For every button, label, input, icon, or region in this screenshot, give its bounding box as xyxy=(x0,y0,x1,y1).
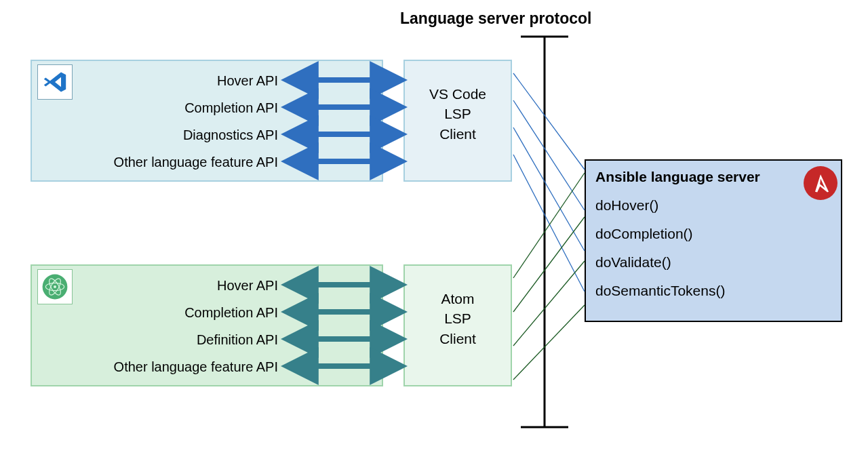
ansible-icon xyxy=(804,166,837,200)
server-fn-0: doHover() xyxy=(595,197,831,214)
atom-api-1: Completion API xyxy=(102,305,278,321)
server-fn-3: doSemanticTokens() xyxy=(595,283,831,299)
svg-point-4 xyxy=(54,285,56,288)
atom-api-2: Definition API xyxy=(102,332,278,348)
svg-line-18 xyxy=(513,127,585,251)
svg-line-21 xyxy=(513,217,585,312)
svg-line-20 xyxy=(513,173,585,278)
atom-api-3: Other language feature API xyxy=(102,359,278,375)
svg-line-19 xyxy=(513,155,585,292)
server-fn-1: doCompletion() xyxy=(595,226,831,242)
atom-lsp-client-box: Atom LSP Client xyxy=(403,264,512,386)
vscode-api-1: Completion API xyxy=(102,100,278,116)
vscode-api-3: Other language feature API xyxy=(102,155,278,170)
diagram-title: Language server protocol xyxy=(400,9,591,28)
atom-icon xyxy=(37,269,73,304)
vscode-icon xyxy=(37,64,73,100)
vscode-lsp-client-box: VS Code LSP Client xyxy=(403,60,512,182)
svg-line-23 xyxy=(513,305,585,380)
atom-api-0: Hover API xyxy=(102,278,278,294)
server-fn-2: doValidate() xyxy=(595,254,831,271)
server-title: Ansible language server xyxy=(595,169,831,185)
vscode-api-2: Diagnostics API xyxy=(102,127,278,143)
svg-line-17 xyxy=(513,100,585,210)
svg-line-16 xyxy=(513,73,585,169)
diagram-stage: Language server protocol Hover API Compl… xyxy=(0,0,868,459)
vscode-api-0: Hover API xyxy=(102,73,278,89)
svg-line-22 xyxy=(513,261,585,346)
